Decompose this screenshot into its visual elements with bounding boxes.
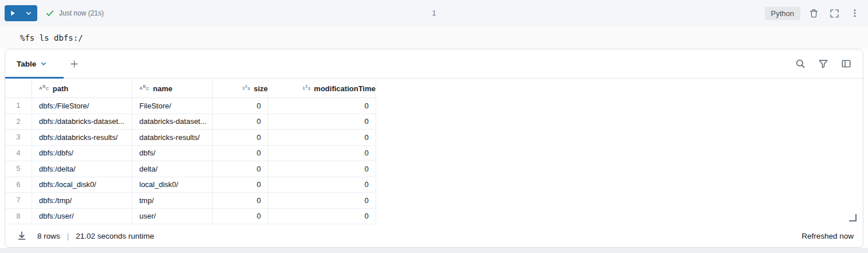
table-row[interactable]: 8 dbfs:/user/ user/ 0 0 bbox=[5, 209, 376, 225]
results-table: ABC path ABC name 123 size 123 modificat… bbox=[5, 79, 376, 224]
delete-cell-button[interactable] bbox=[806, 6, 821, 21]
side-panel-icon bbox=[841, 59, 851, 69]
column-label: name bbox=[153, 84, 173, 93]
table-row[interactable]: 7 dbfs:/tmp/ tmp/ 0 0 bbox=[5, 193, 376, 209]
table-toolbar-icons bbox=[793, 56, 854, 71]
download-icon bbox=[17, 231, 27, 241]
filter-icon bbox=[818, 59, 828, 69]
modificationTime-cell[interactable]: 0 bbox=[268, 209, 376, 224]
size-cell[interactable]: 0 bbox=[213, 177, 268, 193]
columns-panel-button[interactable] bbox=[839, 56, 854, 71]
cell-toolbar-right: Python bbox=[765, 6, 862, 21]
cell-menu-button[interactable] bbox=[847, 6, 862, 21]
run-status-text: Just now (21s) bbox=[59, 9, 104, 17]
path-cell[interactable]: dbfs:/tmp/ bbox=[32, 193, 132, 208]
language-selector[interactable]: Python bbox=[765, 7, 800, 20]
table-row[interactable]: 6 dbfs:/local_disk0/ local_disk0/ 0 0 bbox=[5, 177, 376, 193]
path-cell[interactable]: dbfs:/FileStore/ bbox=[32, 98, 132, 114]
row-number-cell: 3 bbox=[5, 130, 32, 145]
name-cell[interactable]: databricks-dataset... bbox=[132, 114, 213, 130]
name-cell[interactable]: FileStore/ bbox=[132, 98, 213, 114]
path-cell[interactable]: dbfs:/user/ bbox=[32, 209, 132, 224]
size-cell[interactable]: 0 bbox=[213, 114, 268, 130]
results-panel: Table bbox=[5, 49, 863, 248]
run-status: Just now (21s) bbox=[45, 9, 104, 18]
run-options-dropdown[interactable] bbox=[21, 5, 37, 21]
column-header-path[interactable]: ABC path bbox=[32, 79, 132, 98]
results-resize-handle[interactable] bbox=[849, 214, 857, 221]
runtime-text: 21.02 seconds runtime bbox=[76, 232, 154, 240]
run-cell-button[interactable] bbox=[5, 5, 21, 21]
notebook-cell: Just now (21s) 1 Python bbox=[0, 0, 868, 253]
size-cell[interactable]: 0 bbox=[213, 130, 268, 145]
column-header-modificationTime[interactable]: 123 modificationTime bbox=[268, 79, 376, 98]
table-row[interactable]: 4 dbfs:/dbfs/ dbfs/ 0 0 bbox=[5, 146, 376, 162]
play-icon bbox=[9, 9, 17, 17]
plus-icon bbox=[70, 60, 79, 68]
code-content[interactable]: %fs ls dbfs:/ bbox=[20, 33, 83, 42]
name-cell[interactable]: databricks-results/ bbox=[132, 130, 213, 145]
path-cell[interactable]: dbfs:/local_disk0/ bbox=[32, 177, 132, 193]
path-cell[interactable]: dbfs:/databricks-results/ bbox=[32, 130, 132, 145]
name-cell[interactable]: tmp/ bbox=[132, 193, 213, 208]
modificationTime-cell[interactable]: 0 bbox=[268, 114, 376, 130]
fullscreen-icon bbox=[830, 9, 839, 18]
modificationTime-cell[interactable]: 0 bbox=[268, 161, 376, 177]
chevron-down-icon bbox=[40, 60, 47, 67]
size-cell[interactable]: 0 bbox=[213, 161, 268, 177]
search-icon bbox=[795, 59, 806, 69]
number-type-icon: 123 bbox=[303, 86, 311, 91]
modificationTime-cell[interactable]: 0 bbox=[268, 130, 376, 145]
search-results-button[interactable] bbox=[793, 56, 808, 71]
row-number-cell: 7 bbox=[5, 193, 32, 208]
table-row[interactable]: 2 dbfs:/databricks-dataset... databricks… bbox=[5, 114, 376, 130]
column-label: path bbox=[53, 84, 68, 93]
row-number-cell: 5 bbox=[5, 161, 32, 177]
page-background-strip bbox=[0, 248, 868, 253]
size-cell[interactable]: 0 bbox=[213, 209, 268, 224]
modificationTime-cell[interactable]: 0 bbox=[268, 193, 376, 208]
tab-table[interactable]: Table bbox=[17, 60, 47, 68]
column-header-size[interactable]: 123 size bbox=[213, 79, 268, 98]
name-cell[interactable]: local_disk0/ bbox=[132, 177, 213, 193]
table-row[interactable]: 3 dbfs:/databricks-results/ databricks-r… bbox=[5, 130, 376, 146]
row-count: 8 rows bbox=[37, 232, 60, 240]
success-check-icon bbox=[45, 9, 54, 18]
download-results-button[interactable] bbox=[14, 228, 29, 243]
name-cell[interactable]: dbfs/ bbox=[132, 146, 213, 161]
row-number-cell: 1 bbox=[5, 98, 32, 114]
filter-results-button[interactable] bbox=[816, 56, 831, 71]
row-number-cell: 2 bbox=[5, 114, 32, 130]
maximize-cell-button[interactable] bbox=[827, 6, 842, 21]
string-type-icon: ABC bbox=[139, 86, 150, 91]
size-cell[interactable]: 0 bbox=[213, 146, 268, 161]
name-cell[interactable]: user/ bbox=[132, 209, 213, 224]
column-header-name[interactable]: ABC name bbox=[132, 79, 213, 98]
table-row[interactable]: 5 dbfs:/delta/ delta/ 0 0 bbox=[5, 161, 376, 177]
add-visualization-button[interactable] bbox=[67, 56, 81, 71]
path-cell[interactable]: dbfs:/databricks-dataset... bbox=[32, 114, 132, 130]
number-type-icon: 123 bbox=[242, 86, 250, 91]
row-number-cell: 8 bbox=[5, 209, 32, 224]
table-body: 1 dbfs:/FileStore/ FileStore/ 0 0 2 dbfs… bbox=[5, 98, 376, 224]
modificationTime-cell[interactable]: 0 bbox=[268, 146, 376, 161]
trash-icon bbox=[809, 9, 819, 18]
results-footer: 8 rows | 21.02 seconds runtime Refreshed… bbox=[5, 224, 863, 247]
table-row[interactable]: 1 dbfs:/FileStore/ FileStore/ 0 0 bbox=[5, 98, 376, 114]
size-cell[interactable]: 0 bbox=[213, 193, 268, 208]
row-number-cell: 6 bbox=[5, 177, 32, 193]
code-editor-row[interactable]: %fs ls dbfs:/ bbox=[0, 26, 868, 49]
path-cell[interactable]: dbfs:/dbfs/ bbox=[32, 146, 132, 161]
string-type-icon: ABC bbox=[39, 86, 49, 91]
run-button-group[interactable] bbox=[5, 5, 37, 21]
table-header-row: ABC path ABC name 123 size 123 modificat… bbox=[5, 79, 376, 98]
modificationTime-cell[interactable]: 0 bbox=[268, 177, 376, 193]
kebab-menu-icon bbox=[850, 9, 859, 18]
modificationTime-cell[interactable]: 0 bbox=[268, 98, 376, 114]
size-cell[interactable]: 0 bbox=[213, 98, 268, 114]
row-number-cell: 4 bbox=[5, 146, 32, 161]
cell-number: 1 bbox=[432, 9, 436, 17]
name-cell[interactable]: delta/ bbox=[132, 161, 213, 177]
path-cell[interactable]: dbfs:/delta/ bbox=[32, 161, 132, 177]
tab-table-label: Table bbox=[17, 60, 36, 68]
